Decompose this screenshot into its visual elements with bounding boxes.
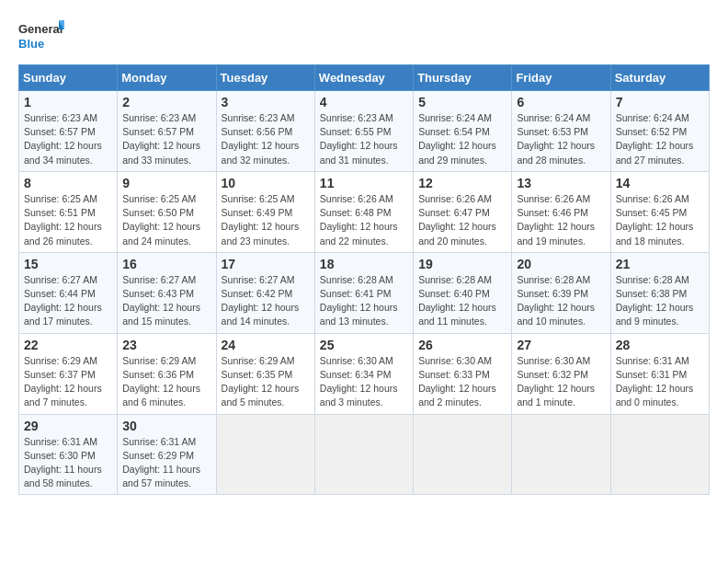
day-number: 29 xyxy=(24,419,112,433)
day-number: 17 xyxy=(222,257,310,271)
calendar-day: 20Sunrise: 6:28 AMSunset: 6:39 PMDayligh… xyxy=(512,252,610,333)
calendar-day: 2Sunrise: 6:23 AMSunset: 6:57 PMDaylight… xyxy=(118,91,216,172)
calendar-day: 16Sunrise: 6:27 AMSunset: 6:43 PMDayligh… xyxy=(118,252,216,333)
calendar-day xyxy=(314,414,413,495)
calendar-day: 5Sunrise: 6:24 AMSunset: 6:54 PMDaylight… xyxy=(414,91,512,172)
calendar-table: SundayMondayTuesdayWednesdayThursdayFrid… xyxy=(18,64,710,495)
day-number: 30 xyxy=(122,419,210,433)
day-info: Sunrise: 6:29 AMSunset: 6:37 PMDaylight:… xyxy=(24,354,112,410)
day-info: Sunrise: 6:29 AMSunset: 6:36 PMDaylight:… xyxy=(122,354,210,410)
calendar-day: 4Sunrise: 6:23 AMSunset: 6:55 PMDaylight… xyxy=(314,91,413,172)
calendar-day: 24Sunrise: 6:29 AMSunset: 6:35 PMDayligh… xyxy=(216,333,314,414)
day-number: 18 xyxy=(320,257,408,271)
weekday-header-friday: Friday xyxy=(512,65,610,91)
calendar-day: 9Sunrise: 6:25 AMSunset: 6:50 PMDaylight… xyxy=(118,171,216,252)
svg-text:Blue: Blue xyxy=(18,37,44,51)
day-info: Sunrise: 6:26 AMSunset: 6:45 PMDaylight:… xyxy=(616,192,704,248)
weekday-header-thursday: Thursday xyxy=(414,65,512,91)
day-number: 28 xyxy=(616,338,704,352)
calendar-day: 3Sunrise: 6:23 AMSunset: 6:56 PMDaylight… xyxy=(216,91,314,172)
day-info: Sunrise: 6:28 AMSunset: 6:38 PMDaylight:… xyxy=(616,273,704,329)
calendar-day: 10Sunrise: 6:25 AMSunset: 6:49 PMDayligh… xyxy=(216,171,314,252)
day-number: 23 xyxy=(122,338,210,352)
day-number: 15 xyxy=(24,257,112,271)
calendar-day: 11Sunrise: 6:26 AMSunset: 6:48 PMDayligh… xyxy=(314,171,413,252)
day-info: Sunrise: 6:30 AMSunset: 6:33 PMDaylight:… xyxy=(418,354,506,410)
calendar-day: 6Sunrise: 6:24 AMSunset: 6:53 PMDaylight… xyxy=(512,91,610,172)
day-number: 21 xyxy=(616,257,704,271)
calendar-day: 15Sunrise: 6:27 AMSunset: 6:44 PMDayligh… xyxy=(19,252,118,333)
day-info: Sunrise: 6:27 AMSunset: 6:44 PMDaylight:… xyxy=(24,273,112,329)
day-number: 27 xyxy=(517,338,605,352)
day-info: Sunrise: 6:24 AMSunset: 6:54 PMDaylight:… xyxy=(418,111,506,167)
day-info: Sunrise: 6:31 AMSunset: 6:30 PMDaylight:… xyxy=(24,435,112,491)
day-number: 16 xyxy=(122,257,210,271)
day-info: Sunrise: 6:24 AMSunset: 6:52 PMDaylight:… xyxy=(616,111,704,167)
day-number: 9 xyxy=(122,176,210,190)
day-number: 1 xyxy=(24,95,112,109)
day-info: Sunrise: 6:27 AMSunset: 6:43 PMDaylight:… xyxy=(122,273,210,329)
day-info: Sunrise: 6:25 AMSunset: 6:49 PMDaylight:… xyxy=(222,192,310,248)
day-number: 4 xyxy=(320,95,408,109)
weekday-header-monday: Monday xyxy=(118,65,216,91)
day-info: Sunrise: 6:31 AMSunset: 6:29 PMDaylight:… xyxy=(122,435,210,491)
day-number: 2 xyxy=(122,95,210,109)
calendar-day: 21Sunrise: 6:28 AMSunset: 6:38 PMDayligh… xyxy=(610,252,709,333)
day-info: Sunrise: 6:27 AMSunset: 6:42 PMDaylight:… xyxy=(222,273,310,329)
calendar-day: 13Sunrise: 6:26 AMSunset: 6:46 PMDayligh… xyxy=(512,171,610,252)
day-info: Sunrise: 6:28 AMSunset: 6:40 PMDaylight:… xyxy=(418,273,506,329)
day-info: Sunrise: 6:23 AMSunset: 6:55 PMDaylight:… xyxy=(320,111,408,167)
day-info: Sunrise: 6:26 AMSunset: 6:47 PMDaylight:… xyxy=(418,192,506,248)
day-info: Sunrise: 6:30 AMSunset: 6:34 PMDaylight:… xyxy=(320,354,408,410)
day-info: Sunrise: 6:28 AMSunset: 6:39 PMDaylight:… xyxy=(517,273,605,329)
calendar-day: 18Sunrise: 6:28 AMSunset: 6:41 PMDayligh… xyxy=(314,252,413,333)
day-info: Sunrise: 6:30 AMSunset: 6:32 PMDaylight:… xyxy=(517,354,605,410)
day-number: 3 xyxy=(222,95,310,109)
calendar-day: 7Sunrise: 6:24 AMSunset: 6:52 PMDaylight… xyxy=(610,91,709,172)
calendar-day: 25Sunrise: 6:30 AMSunset: 6:34 PMDayligh… xyxy=(314,333,413,414)
day-info: Sunrise: 6:23 AMSunset: 6:56 PMDaylight:… xyxy=(222,111,310,167)
calendar-day: 22Sunrise: 6:29 AMSunset: 6:37 PMDayligh… xyxy=(19,333,118,414)
weekday-header-wednesday: Wednesday xyxy=(314,65,413,91)
calendar-week-3: 15Sunrise: 6:27 AMSunset: 6:44 PMDayligh… xyxy=(19,252,710,333)
day-number: 20 xyxy=(517,257,605,271)
calendar-week-4: 22Sunrise: 6:29 AMSunset: 6:37 PMDayligh… xyxy=(19,333,710,414)
weekday-header-saturday: Saturday xyxy=(610,65,709,91)
calendar-day: 30Sunrise: 6:31 AMSunset: 6:29 PMDayligh… xyxy=(118,414,216,495)
day-number: 11 xyxy=(320,176,408,190)
page-header: General Blue xyxy=(18,18,710,55)
day-info: Sunrise: 6:24 AMSunset: 6:53 PMDaylight:… xyxy=(517,111,605,167)
day-number: 14 xyxy=(616,176,704,190)
calendar-week-1: 1Sunrise: 6:23 AMSunset: 6:57 PMDaylight… xyxy=(19,91,710,172)
calendar-day xyxy=(414,414,512,495)
calendar-week-5: 29Sunrise: 6:31 AMSunset: 6:30 PMDayligh… xyxy=(19,414,710,495)
calendar-day: 28Sunrise: 6:31 AMSunset: 6:31 PMDayligh… xyxy=(610,333,709,414)
day-info: Sunrise: 6:23 AMSunset: 6:57 PMDaylight:… xyxy=(24,111,112,167)
calendar-day xyxy=(512,414,610,495)
day-info: Sunrise: 6:31 AMSunset: 6:31 PMDaylight:… xyxy=(616,354,704,410)
logo-svg: General Blue xyxy=(18,18,64,55)
calendar-day: 27Sunrise: 6:30 AMSunset: 6:32 PMDayligh… xyxy=(512,333,610,414)
calendar-day: 19Sunrise: 6:28 AMSunset: 6:40 PMDayligh… xyxy=(414,252,512,333)
day-info: Sunrise: 6:28 AMSunset: 6:41 PMDaylight:… xyxy=(320,273,408,329)
logo: General Blue xyxy=(18,18,64,55)
day-number: 12 xyxy=(418,176,506,190)
day-number: 24 xyxy=(222,338,310,352)
day-number: 26 xyxy=(418,338,506,352)
day-number: 19 xyxy=(418,257,506,271)
calendar-day xyxy=(216,414,314,495)
day-info: Sunrise: 6:26 AMSunset: 6:48 PMDaylight:… xyxy=(320,192,408,248)
calendar-day: 29Sunrise: 6:31 AMSunset: 6:30 PMDayligh… xyxy=(19,414,118,495)
day-info: Sunrise: 6:29 AMSunset: 6:35 PMDaylight:… xyxy=(222,354,310,410)
day-number: 10 xyxy=(222,176,310,190)
day-number: 6 xyxy=(517,95,605,109)
calendar-day: 17Sunrise: 6:27 AMSunset: 6:42 PMDayligh… xyxy=(216,252,314,333)
weekday-header-sunday: Sunday xyxy=(19,65,118,91)
weekday-header-tuesday: Tuesday xyxy=(216,65,314,91)
day-info: Sunrise: 6:26 AMSunset: 6:46 PMDaylight:… xyxy=(517,192,605,248)
calendar-day: 23Sunrise: 6:29 AMSunset: 6:36 PMDayligh… xyxy=(118,333,216,414)
day-number: 22 xyxy=(24,338,112,352)
day-number: 8 xyxy=(24,176,112,190)
day-number: 5 xyxy=(418,95,506,109)
svg-text:General: General xyxy=(18,22,63,36)
